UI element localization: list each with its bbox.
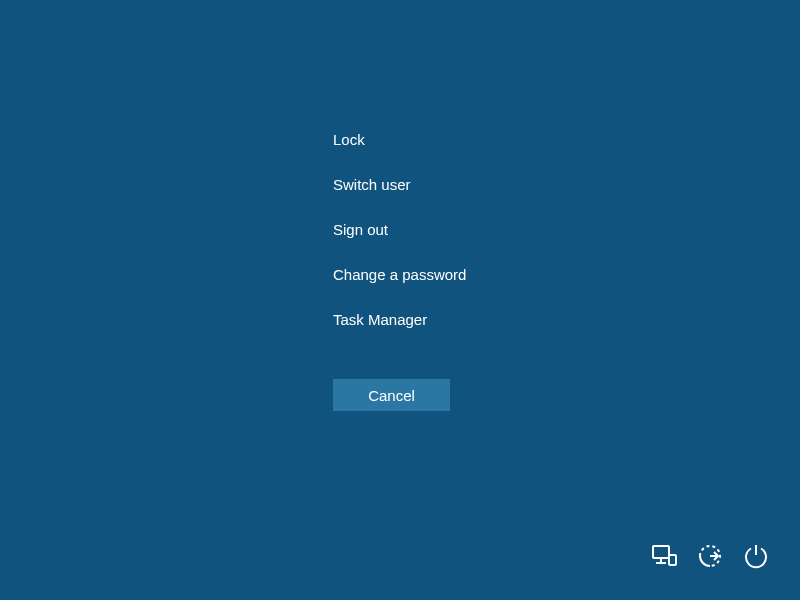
network-icon[interactable] <box>650 542 678 570</box>
bottom-icon-bar <box>650 542 770 570</box>
ease-of-access-icon[interactable] <box>696 542 724 570</box>
security-options-menu: Lock Switch user Sign out Change a passw… <box>333 131 466 356</box>
power-icon[interactable] <box>742 542 770 570</box>
menu-item-switch-user[interactable]: Switch user <box>333 176 466 193</box>
menu-item-task-manager[interactable]: Task Manager <box>333 311 466 328</box>
svg-rect-3 <box>669 555 676 565</box>
menu-item-sign-out[interactable]: Sign out <box>333 221 466 238</box>
cancel-button[interactable]: Cancel <box>333 379 450 411</box>
menu-item-change-password[interactable]: Change a password <box>333 266 466 283</box>
menu-item-lock[interactable]: Lock <box>333 131 466 148</box>
svg-rect-0 <box>653 546 669 558</box>
